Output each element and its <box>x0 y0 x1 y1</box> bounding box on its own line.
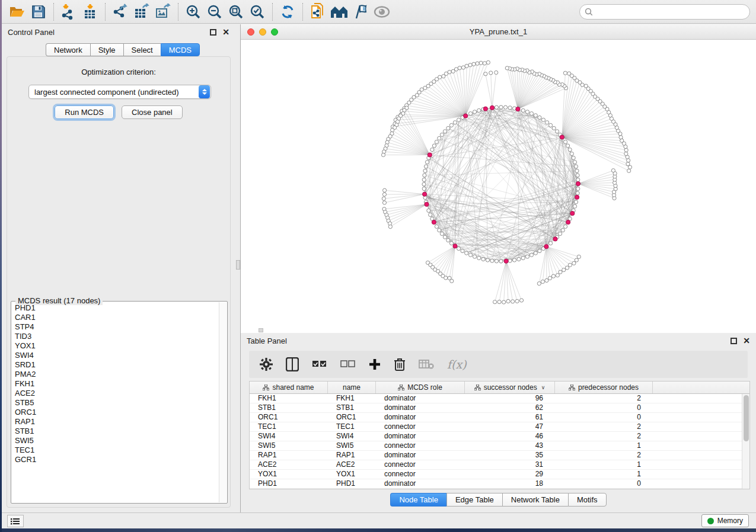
network-node[interactable] <box>562 268 566 272</box>
column-header-MCDS-role[interactable]: MCDS role <box>376 382 465 393</box>
network-node[interactable] <box>548 276 551 280</box>
memory-button[interactable]: Memory <box>701 514 749 527</box>
import-network-icon[interactable] <box>58 2 79 21</box>
network-node[interactable] <box>568 148 572 152</box>
mcds-hub-node[interactable] <box>490 105 494 110</box>
mcds-result-item[interactable]: ACE2 <box>15 389 218 398</box>
network-node[interactable] <box>443 235 446 239</box>
cell-shared_name[interactable]: TEC1 <box>250 422 328 431</box>
cell-shared_name[interactable]: SWI4 <box>250 432 328 441</box>
column-header-shared-name[interactable]: shared name <box>250 382 328 393</box>
cell-shared_name[interactable]: ACE2 <box>250 460 328 469</box>
cell-mcds_role[interactable]: dominator <box>376 432 465 441</box>
network-node[interactable] <box>382 197 385 200</box>
table-scrollbar-thumb[interactable] <box>744 395 749 441</box>
mcds-hub-node[interactable] <box>575 195 579 199</box>
tab-style[interactable]: Style <box>90 43 123 56</box>
float-window-icon[interactable] <box>210 29 216 36</box>
cell-predecessor_nodes[interactable]: 0 <box>555 403 653 412</box>
network-node[interactable] <box>483 62 486 65</box>
first-neighbors-icon[interactable] <box>328 2 350 21</box>
cell-name[interactable]: SWI5 <box>328 441 376 450</box>
network-node[interactable] <box>537 281 541 285</box>
network-node[interactable] <box>566 144 569 148</box>
network-node[interactable] <box>519 299 523 302</box>
network-graph-canvas[interactable] <box>241 40 756 333</box>
function-builder-icon[interactable]: f(x) <box>447 358 467 371</box>
network-node[interactable] <box>508 106 512 110</box>
network-node[interactable] <box>424 165 428 168</box>
cell-predecessor_nodes[interactable]: 1 <box>555 460 653 469</box>
mcds-hub-node[interactable] <box>504 259 508 263</box>
network-node[interactable] <box>423 174 426 177</box>
cell-mcds_role[interactable]: connector <box>376 422 465 431</box>
mcds-result-item[interactable]: STB1 <box>15 427 218 436</box>
mcds-hub-node[interactable] <box>560 135 564 139</box>
network-node[interactable] <box>438 136 441 140</box>
network-node[interactable] <box>486 60 490 64</box>
horizontal-splitter-grip[interactable] <box>259 328 263 332</box>
mcds-hub-node[interactable] <box>566 220 570 224</box>
network-node[interactable] <box>457 118 460 121</box>
network-node[interactable] <box>558 232 562 235</box>
cell-successor_nodes[interactable]: 35 <box>465 451 555 460</box>
zoom-out-icon[interactable] <box>204 2 225 21</box>
network-node[interactable] <box>538 116 541 119</box>
cell-successor_nodes[interactable]: 18 <box>465 479 555 488</box>
cell-successor_nodes[interactable]: 61 <box>465 413 555 422</box>
cell-mcds_role[interactable]: dominator <box>376 394 465 403</box>
cell-shared_name[interactable]: SWI5 <box>250 441 328 450</box>
network-node[interactable] <box>432 144 436 148</box>
search-input[interactable] <box>596 8 745 16</box>
cell-name[interactable]: RAP1 <box>328 451 376 460</box>
network-node[interactable] <box>624 148 628 152</box>
zoom-in-icon[interactable] <box>183 2 204 21</box>
network-node[interactable] <box>534 114 537 117</box>
network-node[interactable] <box>382 201 386 204</box>
apply-layout-icon[interactable] <box>277 2 298 21</box>
network-node[interactable] <box>381 153 385 156</box>
network-node[interactable] <box>517 257 521 261</box>
cell-mcds_role[interactable]: connector <box>376 441 465 450</box>
mcds-hub-node[interactable] <box>483 107 487 111</box>
table-row[interactable]: FKH1FKH1dominator962 <box>250 394 742 403</box>
network-node[interactable] <box>506 299 510 303</box>
mcds-result-item[interactable]: SWI5 <box>15 436 218 446</box>
mcds-result-item[interactable]: SRD1 <box>15 360 218 370</box>
float-table-panel-icon[interactable] <box>731 338 737 344</box>
network-node[interactable] <box>573 204 576 208</box>
network-node[interactable] <box>473 110 476 114</box>
close-panel-button[interactable]: Close panel <box>122 105 183 119</box>
mcds-result-item[interactable]: GCR1 <box>15 455 218 464</box>
cell-name[interactable]: YOX1 <box>328 470 376 479</box>
network-node[interactable] <box>525 110 529 114</box>
network-node[interactable] <box>423 169 427 172</box>
cell-mcds_role[interactable]: dominator <box>376 451 465 460</box>
cell-mcds_role[interactable]: dominator <box>376 479 465 488</box>
export-network-icon[interactable] <box>110 2 131 21</box>
mcds-result-item[interactable]: ORC1 <box>15 408 218 417</box>
network-node[interactable] <box>495 105 498 109</box>
network-node[interactable] <box>495 70 498 74</box>
network-node[interactable] <box>446 126 450 130</box>
save-session-icon[interactable] <box>28 2 49 21</box>
column-browser-icon[interactable] <box>286 357 299 371</box>
column-header-successor-nodes[interactable]: successor nodes∨ <box>465 382 555 393</box>
network-node[interactable] <box>438 229 441 232</box>
cell-name[interactable]: ACE2 <box>328 460 376 469</box>
zoom-selected-icon[interactable] <box>247 2 268 21</box>
network-node[interactable] <box>529 253 533 257</box>
network-node[interactable] <box>465 251 468 255</box>
cell-predecessor_nodes[interactable]: 1 <box>555 441 653 450</box>
mcds-hub-node[interactable] <box>425 202 429 206</box>
import-table-icon[interactable] <box>79 2 101 21</box>
network-node[interactable] <box>440 232 444 235</box>
network-node[interactable] <box>568 263 572 267</box>
network-node[interactable] <box>572 156 575 159</box>
table-row[interactable]: SWI4SWI4dominator462 <box>250 432 742 441</box>
cell-predecessor_nodes[interactable]: 0 <box>555 479 653 488</box>
mcds-hub-node[interactable] <box>464 114 468 118</box>
network-titlebar[interactable]: YPA_prune.txt_1 <box>241 24 756 40</box>
table-row[interactable]: YOX1YOX1connector291 <box>250 470 742 479</box>
network-node[interactable] <box>541 280 544 283</box>
